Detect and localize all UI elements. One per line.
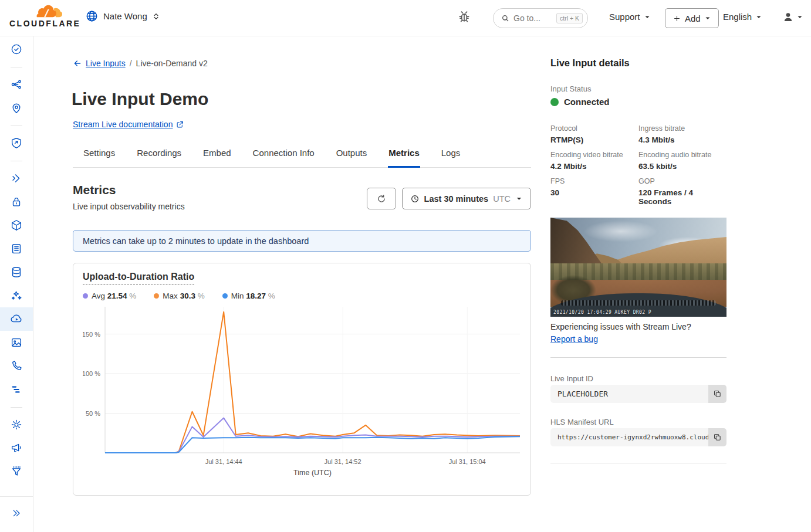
stream-docs-link[interactable]: Stream Live documentation (73, 120, 184, 129)
sidebar-item-cube[interactable] (0, 214, 33, 237)
add-label: Add (685, 13, 701, 23)
stream-cloud-play-icon (10, 313, 23, 326)
legend-dot-icon (154, 293, 159, 299)
cube-icon (10, 219, 23, 232)
sidebar-item-funnel[interactable] (0, 460, 33, 483)
traffic-icon (10, 78, 23, 91)
sidebar-item-gantt-bars[interactable] (0, 378, 33, 401)
copy-input-id-button[interactable] (708, 385, 726, 403)
sidebar-divider (0, 120, 33, 131)
caret-down-icon (796, 13, 803, 21)
sidebar-item-gear[interactable] (0, 413, 33, 436)
clock-icon (410, 194, 420, 204)
cache-chevrons-icon (10, 172, 23, 185)
hls-manifest-url-label: HLS Manifest URL (550, 418, 614, 426)
line-chart: 50 %100 %150 %Jul 31, 14:44Jul 31, 14:52… (83, 304, 521, 482)
refresh-icon (376, 194, 387, 204)
top-bar: CLOUDFLARE Nate Wong Go to... ctrl + K S (0, 0, 811, 36)
caret-down-icon (644, 13, 651, 21)
detail-fps: FPS30 (550, 177, 638, 206)
report-bug-link[interactable]: Report a bug (550, 334, 598, 344)
hls-manifest-url-value: https://customer-igynxd2rwhmuoxw8.cloudf (550, 428, 708, 446)
live-video-preview[interactable]: 2021/10/20 17:04:29 AUKEY DR02 P (550, 218, 726, 317)
bug-icon[interactable] (457, 9, 472, 25)
legend-max[interactable]: Max 30.3 % (154, 292, 204, 300)
sidebar-divider (0, 401, 33, 413)
sidebar-item-ai-sparkles[interactable] (0, 284, 33, 307)
sidebar-item-geo-pin[interactable] (0, 96, 33, 120)
tab-metrics[interactable]: Metrics (388, 144, 420, 168)
user-menu[interactable] (782, 11, 803, 23)
sidebar-divider (0, 155, 33, 167)
search-icon (501, 13, 510, 23)
breadcrumb: Live Inputs / Live-on-Demand v2 (73, 59, 208, 68)
legend-dot-icon (222, 293, 228, 299)
details-fields: ProtocolRTMP(S)Ingress bitrate4.3 Mbit/s… (550, 124, 726, 206)
tab-logs[interactable]: Logs (441, 144, 461, 168)
detail-ingress-bitrate: Ingress bitrate4.3 Mbit/s (638, 124, 726, 144)
tab-recordings[interactable]: Recordings (136, 144, 182, 168)
funnel-icon (10, 465, 23, 478)
support-label: Support (609, 12, 640, 22)
sidebar-item-stream-cloud-play[interactable] (0, 307, 33, 331)
sidebar-divider (0, 61, 33, 73)
plus-icon (673, 14, 681, 23)
sidebar-item-traffic[interactable] (0, 73, 33, 96)
series-max (105, 312, 520, 453)
divider (550, 357, 726, 358)
breadcrumb-back-label: Live Inputs (86, 59, 126, 68)
metrics-subtitle: Live input observability metrics (73, 202, 185, 211)
selector-chevrons-icon (152, 12, 160, 21)
upload-duration-chart-card: Upload-to-Duration Ratio Avg 21.54 %Max … (73, 263, 531, 496)
chevrons-right-icon (11, 507, 22, 519)
ai-sparkles-icon (10, 289, 23, 302)
legend-min[interactable]: Min 18.27 % (222, 292, 275, 300)
cloudflare-logo[interactable]: CLOUDFLARE (9, 5, 80, 28)
legend-avg[interactable]: Avg 21.54 % (83, 292, 136, 300)
global-search[interactable]: Go to... ctrl + K (493, 8, 588, 28)
metrics-info-text: Metrics can take up to 2 minutes to upda… (83, 236, 309, 246)
arrow-left-icon (73, 59, 82, 68)
status-value: Connected (564, 97, 610, 107)
database-icon (10, 266, 23, 279)
time-range-dropdown[interactable]: Last 30 minutes UTC (402, 188, 531, 209)
issues-text: Experiencing issues with Stream Live? (550, 322, 691, 331)
support-menu[interactable]: Support (609, 12, 651, 22)
sidebar-item-megaphone[interactable] (0, 436, 33, 460)
svg-text:Jul 31, 14:44: Jul 31, 14:44 (205, 458, 242, 465)
sidebar-item-calls-phone[interactable] (0, 354, 33, 378)
search-placeholder: Go to... (513, 13, 553, 23)
add-button[interactable]: Add (665, 8, 719, 28)
metrics-info-banner: Metrics can take up to 2 minutes to upda… (73, 230, 531, 252)
breadcrumb-back-link[interactable]: Live Inputs (73, 59, 126, 68)
tab-connection-info[interactable]: Connection Info (252, 144, 315, 168)
copy-hls-url-button[interactable] (708, 428, 726, 446)
stream-docs-label: Stream Live documentation (73, 120, 173, 129)
sidebar-item-database[interactable] (0, 260, 33, 284)
metrics-title: Metrics (73, 183, 185, 197)
input-status: Connected (550, 97, 610, 107)
sidebar-item-cache-chevrons[interactable] (0, 167, 33, 190)
detail-protocol: ProtocolRTMP(S) (550, 124, 638, 144)
sidebar-item-time-review[interactable] (0, 38, 33, 61)
tab-settings[interactable]: Settings (83, 144, 116, 168)
language-menu[interactable]: English (723, 12, 762, 22)
status-dot-icon (550, 98, 559, 106)
sidebar-expand-button[interactable] (0, 496, 33, 532)
tab-outputs[interactable]: Outputs (336, 144, 368, 168)
globe-icon (85, 9, 99, 23)
time-review-icon (10, 43, 23, 56)
sidebar-item-server[interactable] (0, 237, 33, 260)
language-label: English (723, 12, 752, 22)
refresh-button[interactable] (367, 188, 396, 209)
account-switcher[interactable]: Nate Wong (85, 9, 160, 23)
live-input-id-value: PLACEHOLDER (550, 385, 708, 403)
sidebar-item-shield-sync[interactable] (0, 131, 33, 155)
tab-embed[interactable]: Embed (202, 144, 232, 168)
gear-icon (10, 418, 23, 431)
caret-down-icon (755, 13, 762, 21)
sidebar-item-images[interactable] (0, 331, 33, 354)
sidebar-item-lock[interactable] (0, 190, 33, 214)
calls-phone-icon (10, 360, 23, 372)
person-icon (782, 11, 795, 23)
